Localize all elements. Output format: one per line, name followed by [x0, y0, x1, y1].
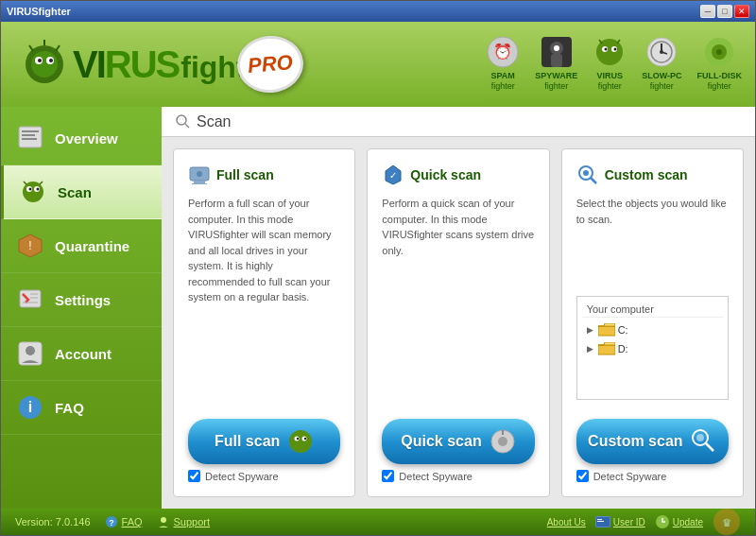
window-title: VIRUSfighter	[7, 6, 71, 17]
spam-icon: ⏰	[486, 35, 520, 69]
svg-point-26	[660, 50, 663, 54]
slowpc-icon	[644, 35, 679, 69]
maximize-button[interactable]: □	[717, 5, 732, 18]
custom-scan-title: Custom scan	[605, 167, 688, 182]
close-button[interactable]: ✕	[734, 5, 749, 18]
scan-panels: Full scan Perform a full scan of your co…	[162, 137, 755, 509]
svg-rect-53	[194, 181, 205, 183]
tree-item-c[interactable]: ▶ C:	[582, 320, 723, 339]
sidebar-item-quarantine[interactable]: ! Quarantine	[1, 219, 162, 273]
svg-rect-31	[22, 130, 39, 132]
svg-point-50	[177, 115, 186, 125]
svg-point-67	[583, 170, 589, 176]
svg-point-70	[696, 434, 704, 441]
spyware-sublabel: fighter	[544, 81, 568, 91]
minimize-button[interactable]: ─	[700, 5, 715, 18]
sidebar-item-scan[interactable]: Scan	[1, 165, 162, 219]
scan-label: Scan	[58, 184, 92, 200]
svg-text:!: !	[28, 239, 31, 252]
full-scan-bottom: Full scan Detect Spyware	[188, 419, 340, 482]
full-scan-button[interactable]: Full scan	[188, 419, 340, 464]
overview-icon	[15, 123, 45, 153]
update-footer-link[interactable]: Update	[673, 517, 703, 527]
quick-scan-title: Quick scan	[410, 167, 481, 182]
svg-rect-33	[22, 138, 37, 140]
faq-icon: i	[15, 392, 45, 423]
svg-point-18	[605, 48, 608, 51]
virus-logo-icon	[20, 34, 69, 95]
svg-text:?: ?	[109, 518, 114, 527]
svg-point-4	[38, 59, 42, 62]
custom-scan-button[interactable]: Custom scan	[576, 419, 729, 464]
app-header: VI RUS fighter PRO ⏰ SPAM fighter	[1, 22, 755, 107]
custom-scan-spyware-checkbox[interactable]	[576, 470, 589, 482]
sidebar-item-settings[interactable]: Settings	[1, 273, 162, 327]
content-area: Scan Full scan Perform a full	[162, 107, 755, 509]
nav-spam-fighter[interactable]: ⏰ SPAM fighter	[482, 31, 524, 95]
svg-rect-42	[20, 290, 41, 307]
faq-footer-item: ? FAQ	[105, 515, 143, 528]
svg-point-38	[37, 188, 40, 191]
virus-nav-label: VIRUS	[596, 71, 623, 81]
full-scan-panel: Full scan Perform a full scan of your co…	[173, 148, 355, 497]
quick-scan-panel: ✓ Quick scan Perform a quick scan of you…	[367, 148, 549, 497]
svg-point-15	[596, 39, 623, 65]
tree-item-d[interactable]: ▶ D:	[582, 339, 723, 358]
svg-line-6	[29, 45, 33, 51]
nav-spyware-fighter[interactable]: SPYWARE fighter	[531, 31, 581, 95]
sidebar-item-overview[interactable]: Overview	[1, 112, 162, 165]
footer: Version: 7.0.146 ? FAQ Support About Us	[1, 509, 755, 535]
nav-virus-fighter[interactable]: VIRUS fighter	[589, 31, 630, 95]
svg-line-66	[591, 178, 596, 183]
userid-icon	[595, 516, 610, 527]
quick-scan-spyware-checkbox[interactable]	[382, 470, 394, 482]
main-layout: Overview Scan	[1, 107, 755, 509]
search-icon	[176, 114, 191, 130]
quick-scan-icon: ✓	[382, 164, 404, 186]
sidebar-item-account[interactable]: Account	[1, 327, 162, 381]
svg-point-60	[304, 438, 306, 440]
d-expand-arrow[interactable]: ▶	[587, 344, 598, 354]
account-label: Account	[55, 346, 112, 362]
svg-point-19	[614, 48, 617, 51]
sidebar-item-faq[interactable]: i FAQ	[1, 381, 162, 435]
full-scan-spyware-checkbox[interactable]	[188, 470, 200, 482]
svg-line-69	[706, 443, 713, 451]
userid-footer-link[interactable]: User ID	[613, 517, 645, 527]
c-expand-arrow[interactable]: ▶	[587, 325, 598, 335]
scan-icon	[18, 177, 48, 207]
settings-label: Settings	[55, 292, 111, 308]
spyware-label: SPYWARE	[535, 71, 577, 81]
nav-fulldisk-fighter[interactable]: FULL-DISK fighter	[694, 31, 747, 95]
d-folder-icon	[598, 342, 615, 355]
quick-scan-detect-spyware: Detect Spyware	[382, 470, 534, 482]
top-nav: ⏰ SPAM fighter SPYWARE fighter	[482, 31, 746, 95]
svg-line-7	[56, 45, 60, 51]
pro-text: PRO	[247, 52, 293, 77]
full-scan-spyware-label: Detect Spyware	[205, 471, 279, 482]
faq-footer-link[interactable]: FAQ	[122, 516, 143, 527]
quick-scan-button[interactable]: Quick scan	[382, 419, 534, 464]
full-scan-icon	[188, 164, 211, 186]
svg-point-29	[716, 49, 722, 55]
tree-header: Your computer	[582, 302, 723, 318]
update-footer-item: Update	[655, 514, 703, 529]
update-icon	[655, 514, 670, 529]
footer-left: Version: 7.0.146 ? FAQ Support	[15, 515, 210, 528]
svg-text:i: i	[28, 399, 32, 415]
svg-rect-13	[551, 54, 562, 67]
nav-slowpc-fighter[interactable]: SLOW-PC fighter	[638, 31, 685, 95]
settings-icon	[15, 285, 45, 315]
faq-footer-icon: ?	[105, 515, 118, 528]
support-footer-link[interactable]: Support	[174, 516, 211, 527]
svg-rect-32	[22, 134, 35, 136]
full-scan-desc: Perform a full scan of your computer. In…	[188, 196, 340, 407]
logo-virus-text: VI	[73, 43, 105, 86]
custom-scan-desc: Select the objects you would like to sca…	[576, 196, 729, 288]
footer-right: About Us User ID Update	[547, 508, 741, 536]
quick-scan-desc: Perform a quick scan of your computer. I…	[382, 196, 534, 407]
svg-point-56	[289, 430, 312, 453]
about-footer-link[interactable]: About Us	[547, 517, 586, 527]
svg-line-40	[40, 182, 43, 184]
svg-line-39	[24, 182, 26, 184]
